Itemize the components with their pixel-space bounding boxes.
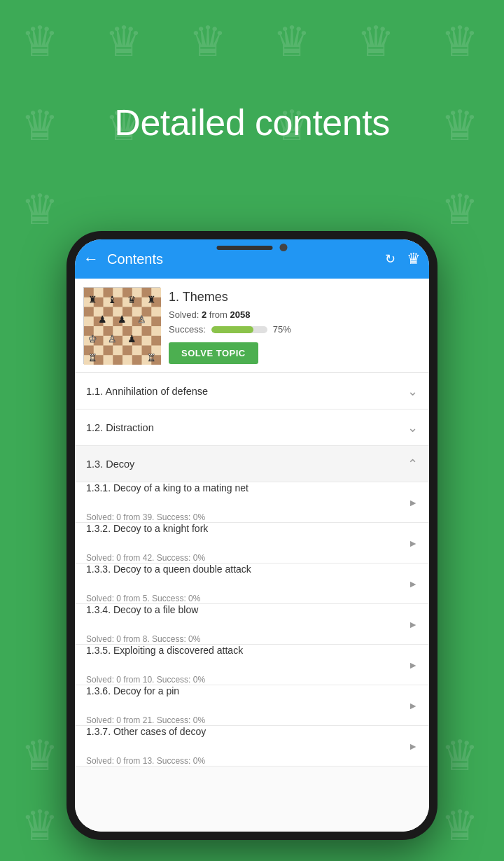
progress-bar xyxy=(211,326,267,333)
solved-count: 2 xyxy=(202,309,206,320)
list-item-sublabel-1-3-1: Solved: 0 from 39. Success: 0% xyxy=(86,512,205,522)
list-item-1-3-3[interactable]: 1.3.3. Decoy to a queen double attack So… xyxy=(75,564,429,604)
list-item-1-1[interactable]: 1.1. Annihilation of defense ⌄ xyxy=(75,373,429,410)
list-item-label-1-1: 1.1. Annihilation of defense xyxy=(86,386,407,397)
list-item-1-3-7[interactable]: 1.3.7. Other cases of decoy Solved: 0 fr… xyxy=(75,726,429,766)
progress-bar-fill xyxy=(211,326,253,333)
svg-text:♟: ♟ xyxy=(118,314,127,325)
list-item-1-3-5[interactable]: 1.3.5. Exploiting a discovered attack So… xyxy=(75,645,429,685)
list-item-label-1-3-2: 1.3.2. Decoy to a knight fork xyxy=(86,523,208,552)
camera-dot xyxy=(280,244,288,251)
solved-text: Solved: 2 from 2058 xyxy=(169,309,421,320)
svg-text:♛: ♛ xyxy=(441,186,479,233)
svg-text:♛: ♛ xyxy=(21,186,59,233)
svg-text:♛: ♛ xyxy=(441,802,479,849)
list-item-label-1-3-1: 1.3.1. Decoy of a king to a mating net xyxy=(86,482,248,511)
svg-text:♜: ♜ xyxy=(88,294,97,305)
svg-text:♛: ♛ xyxy=(21,18,59,65)
app-bar-title: Contents xyxy=(107,251,377,267)
list-item-label-1-3: 1.3. Decoy xyxy=(86,458,407,470)
app-bar-actions: ↻ ♛ xyxy=(385,250,421,268)
svg-text:♛: ♛ xyxy=(189,18,227,65)
arrow-right-icon-1-3-5: ► xyxy=(408,659,418,671)
success-row: Success: 75% xyxy=(169,324,421,335)
topic-title: 1. Themes xyxy=(169,290,421,304)
list-item-sublabel-1-3-6: Solved: 0 from 21. Success: 0% xyxy=(86,715,205,725)
svg-text:♙: ♙ xyxy=(137,314,146,325)
phone-screen: ← Contents ↻ ♛ xyxy=(75,239,429,832)
topic-info: 1. Themes Solved: 2 from 2058 Success: 7… xyxy=(169,287,421,364)
solved-total: 2058 xyxy=(230,309,250,320)
chevron-down-icon-1-1: ⌄ xyxy=(407,384,418,399)
success-label: Success: xyxy=(169,324,206,335)
success-pct: 75% xyxy=(273,324,291,335)
phone-frame: ← Contents ↻ ♛ xyxy=(66,231,438,840)
arrow-right-icon-1-3-6: ► xyxy=(408,700,418,711)
list-item-label-1-3-4: 1.3.4. Decoy to a file blow xyxy=(86,604,198,633)
arrow-right-icon-1-3-2: ► xyxy=(408,538,418,549)
topic-list: 1.1. Annihilation of defense ⌄ 1.2. Dist… xyxy=(75,373,429,832)
svg-text:♟: ♟ xyxy=(127,333,136,344)
chess-thumbnail: ♜ ♝ ♛ ♜ ♟ ♟ ♙ ♔ ♙ ♟ ♖ ♖ xyxy=(83,287,160,364)
solved-from-label: from xyxy=(209,309,227,320)
list-item-label-1-3-3: 1.3.3. Decoy to a queen double attack xyxy=(86,564,251,592)
list-item-sublabel-1-3-7: Solved: 0 from 13. Success: 0% xyxy=(86,756,205,766)
svg-text:♜: ♜ xyxy=(147,294,156,305)
arrow-right-icon-1-3-4: ► xyxy=(408,619,418,630)
svg-text:♛: ♛ xyxy=(273,18,311,65)
back-button[interactable]: ← xyxy=(83,250,99,268)
page-headline: Detailed contents xyxy=(0,102,504,144)
list-item-1-3-4[interactable]: 1.3.4. Decoy to a file blow Solved: 0 fr… xyxy=(75,604,429,645)
svg-text:♛: ♛ xyxy=(441,18,479,65)
list-item-label-1-3-6: 1.3.6. Decoy for a pin xyxy=(86,685,179,714)
svg-text:♖: ♖ xyxy=(88,352,97,363)
chevron-up-icon-1-3: ⌃ xyxy=(407,456,418,472)
svg-text:♛: ♛ xyxy=(21,802,59,849)
list-item-sublabel-1-3-2: Solved: 0 from 42. Success: 0% xyxy=(86,553,205,563)
svg-text:♙: ♙ xyxy=(108,333,117,344)
svg-text:♛: ♛ xyxy=(21,732,59,779)
list-item-label-1-2: 1.2. Distraction xyxy=(86,422,407,433)
svg-text:♛: ♛ xyxy=(441,732,479,779)
svg-text:♛: ♛ xyxy=(127,294,136,305)
list-item-1-2[interactable]: 1.2. Distraction ⌄ xyxy=(75,410,429,446)
svg-text:♖: ♖ xyxy=(147,352,156,363)
list-item-1-3-1[interactable]: 1.3.1. Decoy of a king to a mating net S… xyxy=(75,482,429,523)
chevron-down-icon-1-2: ⌄ xyxy=(407,420,418,435)
refresh-icon[interactable]: ↻ xyxy=(385,251,396,267)
list-item-1-3[interactable]: 1.3. Decoy ⌃ xyxy=(75,446,429,482)
arrow-right-icon-1-3-1: ► xyxy=(408,497,418,508)
svg-text:♟: ♟ xyxy=(98,314,107,325)
solve-topic-button[interactable]: SOLVE TOPIC xyxy=(169,342,258,364)
arrow-right-icon-1-3-3: ► xyxy=(408,578,418,589)
arrow-right-icon-1-3-7: ► xyxy=(408,741,418,752)
list-item-sublabel-1-3-5: Solved: 0 from 10. Success: 0% xyxy=(86,675,205,685)
list-item-1-3-2[interactable]: 1.3.2. Decoy to a knight fork Solved: 0 … xyxy=(75,523,429,564)
list-item-sublabel-1-3-3: Solved: 0 from 5. Success: 0% xyxy=(86,594,200,603)
svg-text:♛: ♛ xyxy=(357,18,395,65)
butterfly-icon[interactable]: ♛ xyxy=(407,250,421,268)
svg-text:♝: ♝ xyxy=(108,294,117,305)
svg-text:♛: ♛ xyxy=(105,18,143,65)
list-item-label-1-3-7: 1.3.7. Other cases of decoy xyxy=(86,726,206,755)
topic-header: ♜ ♝ ♛ ♜ ♟ ♟ ♙ ♔ ♙ ♟ ♖ ♖ 1. Themes xyxy=(75,279,429,373)
speaker-grille xyxy=(217,246,273,250)
list-item-sublabel-1-3-4: Solved: 0 from 8. Success: 0% xyxy=(86,634,200,644)
svg-text:♔: ♔ xyxy=(88,333,97,344)
list-item-1-3-6[interactable]: 1.3.6. Decoy for a pin Solved: 0 from 21… xyxy=(75,685,429,726)
list-item-label-1-3-5: 1.3.5. Exploiting a discovered attack xyxy=(86,645,243,673)
